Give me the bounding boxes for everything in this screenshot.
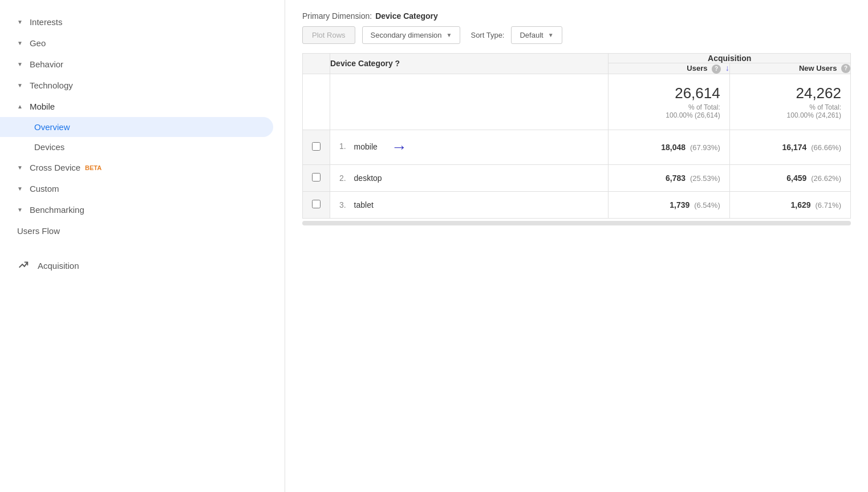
toolbar: Plot Rows Secondary dimension ▼ Sort Typ…	[302, 26, 851, 44]
row-device-label[interactable]: desktop	[354, 174, 382, 183]
sidebar-item-mobile[interactable]: ▲ Mobile	[0, 96, 285, 117]
row-device-label[interactable]: tablet	[354, 200, 374, 209]
totals-row: 26,614 % of Total: 100.00% (26,614) 24,2…	[303, 74, 851, 130]
row-device-label[interactable]: mobile	[354, 142, 378, 151]
row-new-users-pct: (26.62%)	[811, 174, 841, 183]
total-new-users-col: 24,262 % of Total: 100.00% (24,261)	[729, 74, 850, 130]
chevron-down-icon: ▼	[548, 32, 554, 38]
sidebar-item-behavior[interactable]: ▼ Behavior	[0, 54, 285, 75]
chevron-down-icon: ▼	[17, 19, 23, 25]
secondary-dimension-dropdown[interactable]: Secondary dimension ▼	[362, 26, 461, 44]
row-device-name-cell: 2. desktop	[330, 164, 609, 191]
row-number: 3.	[339, 200, 346, 209]
sidebar-item-label: Custom	[30, 184, 59, 193]
primary-dimension-value: Device Category	[375, 11, 438, 21]
row-new-users-cell: 6,459 (26.62%)	[729, 164, 850, 191]
primary-dimension-bar: Primary Dimension: Device Category	[302, 11, 851, 21]
sidebar-subitem-label: Devices	[34, 142, 64, 152]
row-checkbox[interactable]	[303, 164, 330, 191]
row-users-cell: 18,048 (67.93%)	[609, 130, 729, 164]
table-row: 3. tablet 1,739 (6.54%) 1,629 (6.71%)	[303, 191, 851, 218]
sort-type-dropdown[interactable]: Default ▼	[511, 26, 562, 44]
sidebar-item-technology[interactable]: ▼ Technology	[0, 75, 285, 96]
sidebar-item-label: Benchmarking	[30, 205, 84, 215]
sidebar: ▼ Interests ▼ Geo ▼ Behavior ▼ Technolog…	[0, 0, 285, 492]
chevron-down-icon: ▼	[17, 82, 23, 88]
row-users-pct: (6.54%)	[694, 201, 720, 209]
chevron-down-icon: ▼	[17, 185, 23, 192]
header-device-category: Device Category ?	[330, 54, 609, 74]
chevron-down-icon: ▼	[17, 207, 23, 213]
sidebar-footer: Acquisition	[0, 247, 285, 284]
row-checkbox[interactable]	[303, 130, 330, 164]
row-checkbox[interactable]	[303, 191, 330, 218]
sidebar-item-label: Mobile	[30, 102, 55, 111]
row-users-pct: (67.93%)	[690, 143, 720, 152]
horizontal-scrollbar[interactable]	[302, 221, 851, 225]
row-checkbox-input[interactable]	[312, 142, 321, 151]
total-new-users-value: 24,262	[739, 84, 841, 102]
sidebar-item-cross-device[interactable]: ▼ Cross Device BETA	[0, 157, 285, 178]
table-row: 2. desktop 6,783 (25.53%) 6,459 (26.62%)	[303, 164, 851, 191]
sidebar-item-interests[interactable]: ▼ Interests	[0, 11, 285, 33]
sidebar-item-label: Users Flow	[17, 226, 60, 236]
sidebar-item-custom[interactable]: ▼ Custom	[0, 178, 285, 199]
row-new-users-main: 1,629	[791, 200, 811, 209]
row-device-name-cell: 3. tablet	[330, 191, 609, 218]
total-new-users-pct: % of Total: 100.00% (24,261)	[739, 103, 841, 119]
row-checkbox-input[interactable]	[312, 173, 321, 182]
sidebar-item-label: Cross Device	[30, 163, 80, 172]
row-users-cell: 6,783 (25.53%)	[609, 164, 729, 191]
row-new-users-cell: 1,629 (6.71%)	[729, 191, 850, 218]
row-new-users-cell: 16,174 (66.66%)	[729, 130, 850, 164]
secondary-dimension-label: Secondary dimension	[371, 31, 442, 39]
users-help-icon[interactable]: ?	[712, 64, 721, 74]
sidebar-item-benchmarking[interactable]: ▼ Benchmarking	[0, 199, 285, 220]
row-users-main: 6,783	[666, 174, 686, 183]
row-users-main: 18,048	[661, 143, 686, 152]
data-table: Device Category ? Acquisition Users ? ↓ …	[302, 53, 851, 219]
row-device-name-cell: 1. mobile →	[330, 130, 609, 164]
header-checkbox-col	[303, 54, 330, 74]
total-checkbox-col	[303, 74, 330, 130]
device-category-help-icon[interactable]: ?	[395, 59, 400, 68]
primary-dimension-label: Primary Dimension:	[302, 11, 372, 21]
plot-rows-button[interactable]: Plot Rows	[302, 26, 355, 44]
row-new-users-main: 6,459	[786, 174, 806, 183]
main-content: Primary Dimension: Device Category Plot …	[285, 0, 868, 492]
chevron-up-icon: ▲	[17, 103, 23, 110]
row-new-users-pct: (6.71%)	[815, 201, 841, 209]
chevron-down-icon: ▼	[17, 164, 23, 171]
row-number: 2.	[339, 174, 346, 183]
total-users-value: 26,614	[618, 84, 720, 102]
row-checkbox-input[interactable]	[312, 200, 321, 208]
row-number: 1.	[339, 142, 346, 151]
header-users-col: Users ? ↓	[609, 63, 729, 74]
sidebar-subitem-overview[interactable]: Overview	[0, 117, 273, 137]
sort-type-value: Default	[520, 31, 543, 39]
row-users-pct: (25.53%)	[690, 174, 720, 183]
sidebar-item-label: Geo	[30, 38, 46, 48]
sidebar-item-label: Behavior	[30, 59, 63, 69]
blue-arrow-icon: →	[391, 138, 407, 156]
sidebar-subitem-devices[interactable]: Devices	[0, 137, 285, 157]
sidebar-item-label: Technology	[30, 80, 73, 90]
header-acquisition-group: Acquisition	[609, 54, 851, 63]
sidebar-item-label: Interests	[30, 17, 63, 27]
total-device-col	[330, 74, 609, 130]
chevron-down-icon: ▼	[17, 61, 23, 67]
sidebar-footer-label: Acquisition	[38, 261, 79, 271]
row-users-main: 1,739	[670, 200, 689, 209]
table-row: 1. mobile → 18,048 (67.93%) 16,174 (66.6…	[303, 130, 851, 164]
sidebar-item-geo[interactable]: ▼ Geo	[0, 33, 285, 54]
sort-type-label: Sort Type:	[470, 31, 504, 39]
chevron-down-icon: ▼	[17, 40, 23, 46]
sort-arrow-icon: ↓	[725, 63, 729, 72]
acquisition-icon	[17, 259, 30, 273]
new-users-help-icon[interactable]: ?	[841, 64, 850, 73]
beta-badge: BETA	[85, 164, 102, 171]
row-new-users-main: 16,174	[782, 143, 807, 152]
chevron-down-icon: ▼	[447, 32, 452, 38]
header-new-users-col: New Users ?	[729, 63, 850, 74]
sidebar-item-users-flow[interactable]: Users Flow	[0, 220, 285, 241]
